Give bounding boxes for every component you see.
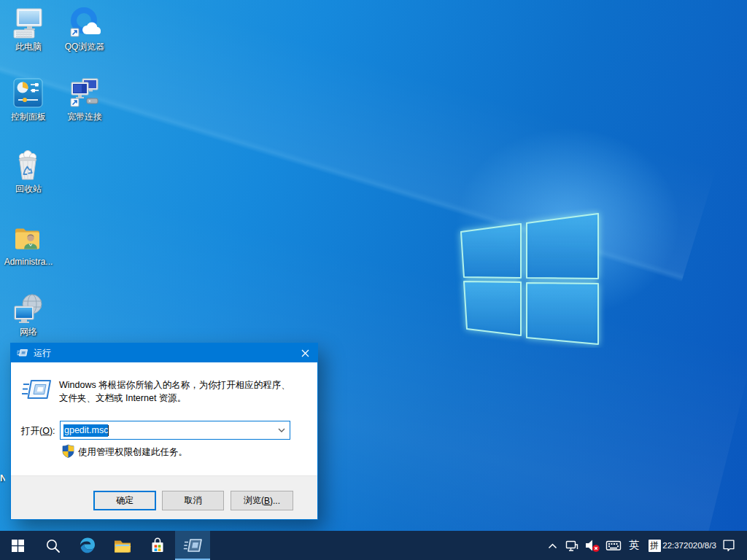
combobox-dropdown-button[interactable] [274, 421, 290, 439]
open-combobox[interactable]: gpedit.msc [60, 421, 290, 440]
run-icon [21, 377, 52, 403]
desktop-icon-this-pc[interactable]: 此电脑 [1, 6, 56, 52]
ok-button[interactable]: 确定 [93, 491, 156, 510]
run-window-icon [17, 348, 28, 358]
edge-icon [78, 536, 97, 555]
file-explorer-icon [113, 537, 132, 554]
action-center-icon [721, 537, 737, 553]
tray-volume-muted[interactable] [581, 531, 603, 560]
chevron-up-icon [546, 539, 560, 553]
tray-clock[interactable]: 22:37 2020/8/3 [665, 531, 713, 560]
desktop-icon-network[interactable]: 网络 [1, 291, 56, 337]
search-icon [45, 538, 61, 553]
description-line-2: 文件夹、文档或 Internet 资源。 [59, 392, 290, 405]
tray-action-center[interactable] [713, 531, 744, 560]
windows-start-icon [12, 540, 24, 552]
ime-pinyin-icon: 拼 [649, 540, 661, 552]
uac-shield-icon [62, 444, 74, 458]
admin-privileges-note: 使用管理权限创建此任务。 [78, 446, 187, 459]
close-button[interactable] [293, 343, 317, 362]
system-tray: 英 拼 22:37 2020/8/3 [543, 531, 747, 560]
broadband-icon [67, 76, 102, 111]
desktop-icon-label: 此电脑 [15, 42, 42, 52]
taskbar-store-button[interactable] [140, 531, 175, 560]
desktop: 此电脑 QQ浏览器 [0, 0, 747, 560]
desktop-icon-label: 控制面板 [11, 112, 46, 122]
qq-browser-icon [67, 6, 102, 41]
dialog-description: Windows 将根据你所输入的名称，为你打开相应的程序、 文件夹、文档或 In… [59, 379, 290, 405]
taskbar-search-button[interactable] [35, 531, 70, 560]
user-folder-icon [11, 221, 46, 256]
dialog-title: 运行 [34, 347, 51, 359]
tray-network[interactable] [562, 531, 581, 560]
tray-show-hidden-icons[interactable] [543, 531, 562, 560]
windows-logo [451, 208, 605, 348]
hidden-desktop-icon-label-fragment: N [0, 472, 5, 485]
desktop-icon-label: QQ浏览器 [65, 42, 105, 52]
run-icon [183, 537, 203, 554]
run-dialog: 运行 Windows 将根据你所输入的名称，为你打开相应的程序、 文件夹、文档或… [10, 343, 318, 520]
taskbar: 英 拼 22:37 2020/8/3 [0, 531, 747, 560]
open-input-value[interactable]: gpedit.msc [63, 424, 108, 437]
recycle-bin-icon [11, 148, 46, 183]
microsoft-store-icon [148, 536, 167, 555]
network-icon [11, 291, 46, 326]
description-line-1: Windows 将根据你所输入的名称，为你打开相应的程序、 [59, 379, 290, 392]
tray-touch-keyboard[interactable] [603, 531, 624, 560]
chevron-down-icon [278, 428, 285, 432]
desktop-icon-broadband[interactable]: 宽带连接 [57, 76, 112, 122]
start-button[interactable] [0, 531, 35, 560]
desktop-icon-label: 网络 [20, 327, 37, 337]
desktop-icon-label: Administra... [4, 257, 53, 267]
browse-button[interactable]: 浏览(B)... [231, 491, 293, 510]
desktop-icon-qq-browser[interactable]: QQ浏览器 [57, 6, 112, 52]
run-dialog-titlebar[interactable]: 运行 [11, 343, 317, 362]
clock-date: 2020/8/3 [684, 540, 716, 551]
cancel-button[interactable]: 取消 [162, 491, 224, 510]
desktop-icon-label: 回收站 [15, 184, 42, 194]
clock-time: 22:37 [662, 540, 684, 551]
desktop-icon-label: 宽带连接 [67, 112, 102, 122]
open-field-label: 打开(O): [21, 425, 55, 438]
network-ethernet-icon [564, 538, 579, 553]
volume-muted-icon [584, 537, 600, 553]
this-pc-icon [11, 6, 46, 41]
text-caret [108, 425, 109, 436]
run-dialog-footer: 确定 取消 浏览(B)... [11, 475, 317, 519]
desktop-icon-administrator-folder[interactable]: Administra... [1, 221, 56, 267]
taskbar-file-explorer-button[interactable] [105, 531, 140, 560]
run-dialog-body: Windows 将根据你所输入的名称，为你打开相应的程序、 文件夹、文档或 In… [11, 362, 317, 475]
taskbar-edge-button[interactable] [70, 531, 105, 560]
desktop-icon-recycle-bin[interactable]: 回收站 [1, 148, 56, 194]
control-panel-icon [11, 76, 46, 111]
desktop-icon-control-panel[interactable]: 控制面板 [1, 76, 56, 122]
taskbar-run-button-active[interactable] [175, 531, 210, 560]
keyboard-icon [605, 537, 622, 554]
tray-language-indicator[interactable]: 英 [624, 531, 643, 560]
wallpaper-light-ray [0, 0, 717, 389]
close-icon [301, 349, 309, 357]
